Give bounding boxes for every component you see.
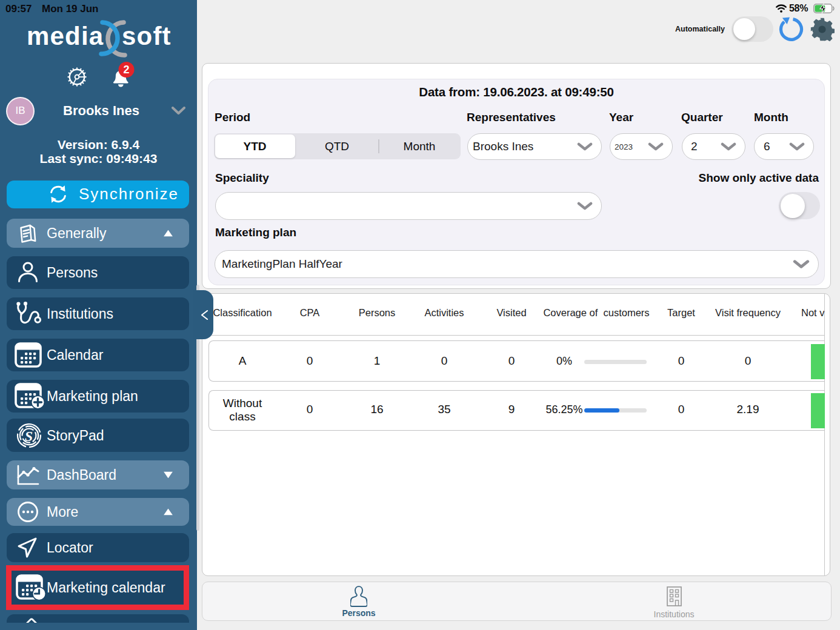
svg-text:2: 2 [123, 64, 129, 76]
svg-text:S: S [25, 428, 33, 443]
